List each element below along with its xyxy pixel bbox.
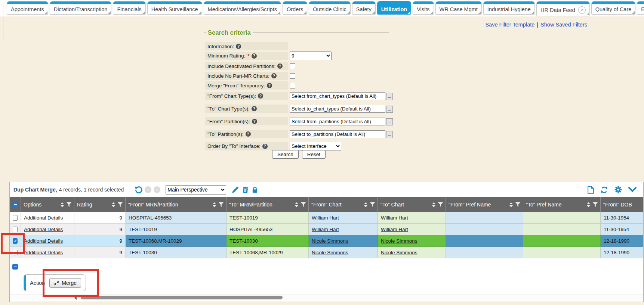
from-partitions-picker-button[interactable]: ... [386, 118, 393, 125]
link-separator: | [537, 22, 538, 28]
additional-details-link[interactable]: Additional Details [24, 238, 63, 244]
to-mrn-cell: TEST-10030 [227, 235, 309, 247]
to-chart-link[interactable]: Nicole Simmons [381, 250, 417, 255]
tab-outside-clinic[interactable]: Outside Clinic [309, 1, 350, 15]
to-chart-link[interactable]: William Hart [381, 215, 408, 221]
table-row: Additional Details 9 HOSPITAL-495653 TES… [10, 212, 643, 224]
tab-hr-data-feed[interactable]: HR Data Feed [536, 1, 590, 16]
scrollbar-thumb[interactable] [81, 296, 283, 299]
edit-pencil-icon[interactable] [232, 187, 238, 193]
column-header-options[interactable]: Options [21, 197, 74, 212]
tab-industrial-hygiene[interactable]: Industrial Hygiene [483, 1, 535, 15]
help-icon[interactable]: ? [262, 144, 268, 149]
reset-button[interactable]: Reset [302, 150, 326, 159]
help-icon[interactable]: ? [267, 83, 272, 88]
to-pref-name-cell [523, 235, 601, 247]
form-row-include-no-part-mr: Include No Part-MR Charts:? [205, 72, 295, 80]
from-chart-types-picker-button[interactable]: ... [386, 93, 393, 100]
filter-icon [370, 202, 375, 207]
tab-appointments[interactable]: Appointments [7, 1, 48, 15]
column-header-to-chart[interactable]: "To" Chart [378, 197, 446, 212]
minimum-rating-select[interactable]: 9 [290, 52, 332, 60]
tab-wr-case-mgmt[interactable]: WR Case Mgmt [435, 1, 482, 15]
column-header-to-pref-name[interactable]: "To" Pref Name [523, 197, 601, 212]
column-header-rating[interactable]: Rating [74, 197, 126, 212]
from-chart-types-input[interactable] [290, 92, 385, 100]
from-mrn-cell: TEST-10030 [126, 247, 227, 258]
filter-icon [438, 202, 443, 207]
to-partitions-input[interactable] [290, 130, 385, 138]
form-row-include-deactivated: Include Deactivated Partitions:? [205, 62, 295, 70]
merge-from-temporary-checkbox[interactable] [290, 83, 295, 88]
help-icon[interactable]: ? [246, 131, 251, 137]
to-chart-link[interactable]: William Hart [381, 227, 408, 232]
tab-quality-of-care[interactable]: Quality of Care [591, 1, 636, 15]
tab-health-surveillance[interactable]: Health Surveillance [147, 1, 202, 15]
column-header-from-chart[interactable]: "From" Chart [309, 197, 378, 212]
help-icon[interactable]: ? [252, 53, 257, 59]
tab-safety[interactable]: Safety [352, 1, 376, 15]
column-header-to-mrn-partition[interactable]: "To" MRN/Partition [227, 197, 309, 212]
help-icon[interactable]: ? [252, 106, 257, 111]
tab-financials[interactable]: Financials [113, 1, 145, 15]
delete-trash-icon[interactable] [243, 187, 248, 193]
show-saved-filters-link[interactable]: Show Saved Filters [540, 22, 587, 28]
tab-utilization[interactable]: Utilization [377, 1, 411, 15]
horizontal-scrollbar[interactable] [10, 295, 643, 300]
collapse-chevron-down-icon[interactable] [628, 187, 637, 192]
to-chart-types-input[interactable] [290, 105, 385, 113]
form-row-from-chart-types: "From" Chart Type(s):? ... [205, 92, 393, 100]
save-filter-template-link[interactable]: Save Filter Template [485, 22, 534, 28]
refresh-icon[interactable] [600, 186, 608, 194]
select-all-checkbox[interactable] [12, 202, 18, 208]
required-marker: * [247, 53, 249, 59]
to-chart-link[interactable]: Nicole Simmons [381, 238, 417, 244]
settings-gear-icon[interactable] [614, 186, 622, 193]
from-dob-cell: 11-30-1954 [601, 224, 643, 235]
tab-orders[interactable]: Orders [283, 1, 307, 15]
tab-visits[interactable]: Visits [413, 1, 434, 15]
perspective-select[interactable]: Main Perspective [166, 185, 226, 194]
help-icon[interactable]: ? [277, 63, 283, 69]
tab-medications-allergies-scripts[interactable]: Medications/Allergies/Scripts [204, 1, 281, 15]
tab-dictation-transcription[interactable]: Dictation/Transcription [50, 1, 112, 15]
from-dob-cell: 11-30-1954 [601, 212, 643, 224]
to-chart-types-picker-button[interactable]: ... [386, 106, 393, 113]
tab-executive[interactable]: Execu [637, 1, 644, 15]
row-checkbox[interactable] [13, 215, 18, 221]
order-by-interface-select[interactable]: Select Interface [290, 142, 341, 150]
column-header-from-dob[interactable]: "From" DOB [601, 197, 643, 212]
include-no-part-mr-charts-checkbox[interactable] [290, 73, 295, 79]
search-button[interactable]: Search [272, 150, 299, 159]
from-chart-link[interactable]: Nicole Simmons [312, 238, 348, 244]
filter-icon [67, 202, 71, 207]
from-chart-link[interactable]: William Hart [312, 215, 339, 221]
undo-icon[interactable] [134, 186, 142, 194]
additional-details-link[interactable]: Additional Details [24, 215, 63, 221]
help-icon[interactable]: ? [236, 44, 241, 49]
from-chart-link[interactable]: Nicole Simmons [312, 250, 348, 255]
additional-details-link[interactable]: Additional Details [24, 250, 63, 255]
select-all-footer-checkbox[interactable] [12, 264, 18, 270]
to-mrn-cell: TEST-10068,MR-10029 [227, 247, 309, 258]
column-header-from-mrn-partition[interactable]: "From" MRN/Partition [126, 197, 227, 212]
new-document-icon[interactable] [588, 186, 594, 194]
to-partitions-picker-button[interactable]: ... [386, 131, 393, 138]
help-icon[interactable]: ? [258, 93, 263, 99]
include-deactivated-partitions-checkbox[interactable] [290, 63, 295, 69]
column-header-from-pref-name[interactable]: "From" Pref Name [446, 197, 523, 212]
lock-icon[interactable] [252, 187, 258, 193]
action-tab-accent [24, 275, 26, 291]
filter-icon [219, 202, 224, 207]
nav-back-icon[interactable]: ‹ [145, 186, 151, 193]
left-panel-edge [3, 17, 3, 40]
nav-forward-icon[interactable]: › [154, 186, 160, 193]
row-checkbox[interactable] [13, 227, 18, 232]
filter-icon [301, 202, 306, 207]
additional-details-link[interactable]: Additional Details [24, 227, 63, 232]
help-icon[interactable]: ? [252, 119, 257, 124]
from-partitions-input[interactable] [290, 118, 385, 125]
filter-icon [515, 202, 520, 207]
help-icon[interactable]: ? [271, 73, 277, 78]
from-chart-link[interactable]: William Hart [312, 227, 339, 232]
